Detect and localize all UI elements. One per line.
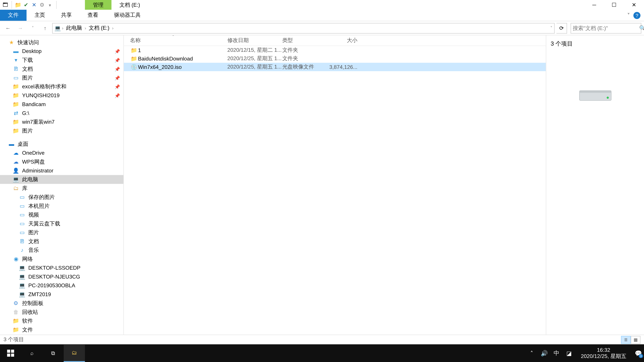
ribbon-tab-view[interactable]: 查看 xyxy=(80,10,106,21)
breadcrumb-current[interactable]: 文档 (E:) xyxy=(87,24,111,32)
tree-item[interactable]: 📁文件 xyxy=(0,325,124,334)
svg-rect-3 xyxy=(7,350,10,353)
tree-item[interactable]: ▭图片 xyxy=(0,228,124,237)
navigation-pane[interactable]: ★ 快速访问 ▬Desktop📌▾下载📌🖹文档📌▭图片📌📁excel表格制作求和… xyxy=(0,35,124,335)
tree-item[interactable]: ▾下载📌 xyxy=(0,56,124,64)
search-icon[interactable]: 🔍 xyxy=(639,25,644,31)
crumb-separator[interactable]: › xyxy=(85,26,86,30)
clock[interactable]: 16:32 2020/12/25, 星期五 xyxy=(577,347,630,360)
file-rows[interactable]: 📁12020/12/15, 星期二 1...文件夹📁BaiduNetdiskDo… xyxy=(124,46,546,335)
tree-label: 快速访问 xyxy=(18,39,39,46)
search-input[interactable] xyxy=(573,25,639,31)
refresh-button[interactable]: ⟳ xyxy=(556,23,567,33)
details-view-button[interactable]: ≣ xyxy=(621,336,631,344)
taskbar[interactable]: ⌕ ⧉ 🗂 ˄ 🔊 中 ◪ 16:32 2020/12/25, 星期五 💬3 xyxy=(0,345,644,362)
address-bar[interactable]: 💻 › 此电脑 › 文档 (E:) › ˅ xyxy=(52,23,554,33)
tree-item-label: 保存的图片 xyxy=(28,193,55,201)
tree-item[interactable]: 📁Bandicam xyxy=(0,100,124,109)
tree-item[interactable]: 📁excel表格制作求和📌 xyxy=(0,82,124,91)
qat-check-icon[interactable]: ✔ xyxy=(23,1,30,8)
qat-close-icon[interactable]: ✕ xyxy=(30,1,38,8)
tree-item[interactable]: 💻PC-20190530OBLA xyxy=(0,281,124,290)
action-center-icon[interactable]: 💬3 xyxy=(634,349,642,357)
qat-folder-icon[interactable]: 📁 xyxy=(14,1,22,8)
tree-item[interactable]: 💻DESKTOP-LSSOEDP xyxy=(0,264,124,272)
column-header-date[interactable]: 修改日期 xyxy=(228,37,282,44)
ime-indicator[interactable]: 中 xyxy=(552,349,560,357)
tree-item[interactable]: ♪音乐 xyxy=(0,246,124,255)
maximize-button[interactable]: ☐ xyxy=(604,0,624,10)
start-button[interactable] xyxy=(0,345,21,362)
tree-item[interactable]: 💻DESKTOP-NJEU3CG xyxy=(0,272,124,281)
qat-separator xyxy=(12,1,12,9)
file-row[interactable]: 📁12020/12/15, 星期二 1...文件夹 xyxy=(124,46,546,54)
tree-network[interactable]: ◉ 网络 xyxy=(0,255,124,264)
qat-dropdown-icon[interactable]: ▾ xyxy=(46,1,54,8)
tree-item[interactable]: ⚙控制面板 xyxy=(0,299,124,308)
tree-item[interactable]: 📁YUNQISHI2019📌 xyxy=(0,91,124,100)
ribbon-expand-icon[interactable]: ˅ xyxy=(627,12,630,18)
tree-item[interactable]: 📁软件 xyxy=(0,317,124,325)
ribbon-tab-drive-tools[interactable]: 驱动器工具 xyxy=(106,10,148,21)
ribbon-tab-home[interactable]: 主页 xyxy=(26,10,53,21)
tree-item[interactable]: ☁WPS网盘 xyxy=(0,157,124,166)
tree-item[interactable]: 👤Administrator xyxy=(0,166,124,175)
breadcrumb-this-pc[interactable]: 此电脑 xyxy=(64,24,84,32)
task-view-button[interactable]: ⧉ xyxy=(42,345,64,362)
tree-item[interactable]: 🖹文档📌 xyxy=(0,64,124,73)
titlebar: 🗔 📁 ✔ ✕ ⚙ ▾ 管理 文档 (E:) ─ ☐ ✕ xyxy=(0,0,644,10)
context-tab-manage[interactable]: 管理 xyxy=(85,0,111,10)
tree-item[interactable]: 🗑回收站 xyxy=(0,308,124,317)
tray-app-icon[interactable]: ◪ xyxy=(565,349,573,357)
explorer-taskbar-button[interactable]: 🗂 xyxy=(64,345,85,362)
tree-item[interactable]: ▬Desktop📌 xyxy=(0,47,124,56)
search-button[interactable]: ⌕ xyxy=(21,345,42,362)
address-dropdown-icon[interactable]: ˅ xyxy=(550,26,552,30)
close-button[interactable]: ✕ xyxy=(624,0,644,10)
search-box[interactable]: 🔍 xyxy=(570,23,641,33)
minimize-button[interactable]: ─ xyxy=(584,0,604,10)
tree-item[interactable]: 🖹文档 xyxy=(0,237,124,246)
pin-icon: 📌 xyxy=(114,58,120,62)
crumb-separator[interactable]: › xyxy=(112,26,114,30)
tree-item[interactable]: 💻此电脑 xyxy=(0,175,124,184)
tree-item-label: Desktop xyxy=(22,48,42,54)
tree-desktop-root[interactable]: ▬ 桌面 xyxy=(0,140,124,148)
tree-item[interactable]: ▭保存的图片 xyxy=(0,193,124,202)
tree-item[interactable]: 🗂库 xyxy=(0,184,124,193)
file-type: 光盘映像文件 xyxy=(282,63,326,71)
tree-item-icon: ☁ xyxy=(12,158,20,165)
recent-locations-button[interactable]: ˅ xyxy=(28,23,38,33)
tree-item[interactable]: ▭图片📌 xyxy=(0,73,124,82)
file-tab[interactable]: 文件 xyxy=(0,10,26,21)
tree-item[interactable]: ⇄G:\ xyxy=(0,109,124,118)
crumb-separator[interactable]: › xyxy=(62,26,64,30)
tree-item[interactable]: 📁win7重装win7 xyxy=(0,118,124,126)
file-row[interactable]: 📁BaiduNetdiskDownload2020/12/25, 星期五 1..… xyxy=(124,54,546,63)
qat-gear-icon[interactable]: ⚙ xyxy=(38,1,46,8)
help-icon[interactable]: ? xyxy=(634,12,640,19)
column-header-name[interactable]: 名称 xyxy=(130,37,227,44)
app-icon[interactable]: 🗔 xyxy=(2,1,9,8)
tree-item-label: Administrator xyxy=(22,168,53,174)
back-button[interactable]: ← xyxy=(3,23,13,33)
tree-quick-access[interactable]: ★ 快速访问 xyxy=(0,38,124,47)
ribbon-right-controls: ˅ ? xyxy=(627,10,644,21)
volume-icon[interactable]: 🔊 xyxy=(540,349,548,357)
tree-item[interactable]: ▭本机照片 xyxy=(0,202,124,211)
icons-view-button[interactable]: ▦ xyxy=(631,336,640,344)
tree-item[interactable]: ☁OneDrive xyxy=(0,148,124,157)
tree-item-icon: 🖹 xyxy=(12,65,20,72)
tree-item[interactable]: 📁图片 xyxy=(0,126,124,135)
column-header-type[interactable]: 类型 xyxy=(282,37,326,44)
tree-item[interactable]: 💻ZMT2019 xyxy=(0,290,124,299)
file-row[interactable]: 💿Win7x64_2020.iso2020/12/25, 星期五 1...光盘映… xyxy=(124,63,546,71)
tray-chevron-up-icon[interactable]: ˄ xyxy=(528,349,536,357)
tree-item-label: 视频 xyxy=(28,211,39,219)
tree-item[interactable]: ▭视频 xyxy=(0,210,124,219)
ribbon-tab-share[interactable]: 共享 xyxy=(53,10,80,21)
tree-item[interactable]: ▭天翼云盘下载 xyxy=(0,219,124,228)
forward-button[interactable]: → xyxy=(15,23,26,33)
column-header-size[interactable]: 大小 xyxy=(326,37,358,44)
up-button[interactable]: ↑ xyxy=(40,23,50,33)
